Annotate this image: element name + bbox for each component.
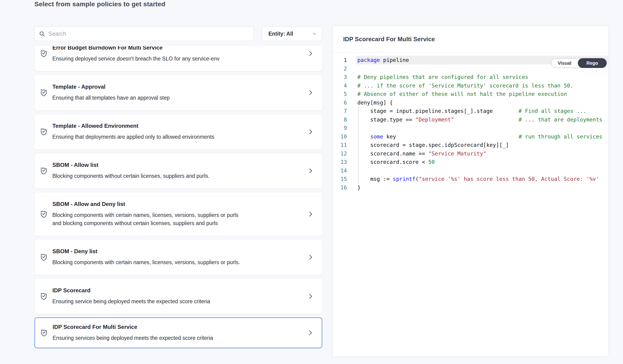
policy-title: SBOM - Deny list [52, 248, 304, 255]
policy-description: Ensuring services being deployed meets t… [53, 334, 248, 342]
policy-title: SBOM - Allow list [52, 162, 304, 169]
code-line-content: scorecard.name == "Service Maturity" [356, 150, 608, 158]
line-number: 5 [333, 90, 347, 98]
code-line: 15 msg := sprintf("service '%s' has scor… [333, 175, 608, 183]
code-line-content [356, 124, 608, 132]
search-box[interactable] [34, 26, 254, 41]
line-number: 8 [333, 115, 347, 124]
page-title: Select from sample policies to get start… [34, 0, 165, 8]
entity-filter-label: Entity: All [268, 31, 312, 37]
policy-card-text: IDP Scorecard Ensuring service being dep… [52, 287, 304, 306]
policy-card-text: SBOM - Deny list Blocking components wit… [52, 248, 304, 266]
line-number: 16 [333, 183, 347, 192]
chevron-right-icon[interactable] [307, 167, 314, 174]
policy-title: IDP Scorecard For Multi Service [53, 323, 304, 330]
chevron-right-icon[interactable] [307, 329, 314, 336]
code-line: 16} [333, 183, 608, 192]
shield-check-icon [40, 328, 48, 338]
code-line: 6deny[msg] { [333, 98, 608, 107]
line-number: 9 [333, 124, 347, 132]
policy-description: Blocking components with certain names, … [52, 211, 248, 227]
code-line-content: deny[msg] { [356, 98, 608, 107]
code-line: 9 [333, 124, 608, 132]
line-number: 13 [333, 158, 347, 166]
policy-card[interactable]: Template - Approval Ensuring that all te… [34, 75, 322, 110]
chevron-right-icon[interactable] [307, 128, 314, 135]
policy-card[interactable]: SBOM - Allow and Deny list Blocking comp… [34, 192, 322, 236]
chevron-down-icon [312, 31, 317, 37]
code-line: 5# Absence of either of these will not h… [333, 90, 608, 98]
line-number: 1 [333, 56, 347, 64]
search-icon [39, 31, 45, 37]
rego-code-editor[interactable]: 1package pipeline23# Deny pipelines that… [333, 56, 608, 356]
chevron-right-icon[interactable] [307, 254, 314, 261]
policy-title: Template - Allowed Environment [52, 122, 304, 129]
policy-card-text: IDP Scorecard For Multi Service Ensuring… [53, 323, 304, 342]
policy-title: IDP Scorecard [52, 287, 304, 294]
chevron-right-icon[interactable] [307, 211, 314, 218]
policy-list: Error Budget Burndown For Multi Service … [34, 46, 322, 356]
policy-card-text: Template - Approval Ensuring that all te… [52, 83, 304, 102]
line-number: 3 [333, 73, 347, 82]
line-number: 14 [333, 166, 347, 175]
policy-description: Ensuring service being deployed meets th… [52, 298, 248, 306]
shield-check-icon [39, 253, 48, 262]
visual-toggle-button[interactable]: Visual [551, 59, 578, 67]
policy-description: Ensuring deployed service doesn't breach… [52, 55, 248, 63]
detail-divider [333, 52, 608, 53]
policy-title: Template - Approval [52, 83, 304, 90]
line-number: 10 [333, 132, 347, 141]
code-line: 12 scorecard.name == "Service Maturity" [333, 150, 608, 158]
policy-card[interactable]: SBOM - Allow list Blocking components wi… [34, 153, 322, 189]
policy-card[interactable]: Template - Allowed Environment Ensuring … [34, 114, 322, 150]
shield-check-icon [39, 127, 48, 136]
code-line-content: } [356, 183, 608, 192]
code-line-content: scorecard = stage.spec.idpScorecard[key]… [356, 141, 608, 150]
indent-guide [358, 107, 358, 183]
line-number: 15 [333, 175, 347, 183]
detail-title: IDP Scorecard For Multi Service [343, 36, 435, 43]
code-line-content: # ... if the score of 'Service Maturity'… [356, 82, 608, 90]
code-line: 13 scorecard.score < 50 [333, 158, 608, 166]
policy-description: Blocking components with certain names, … [52, 258, 248, 266]
shield-check-icon [39, 49, 48, 58]
policy-card-text: SBOM - Allow and Deny list Blocking comp… [52, 201, 304, 227]
shield-check-icon [39, 88, 48, 97]
code-lines: 1package pipeline23# Deny pipelines that… [333, 56, 608, 192]
code-line-content [356, 166, 608, 175]
policy-card[interactable]: SBOM - Deny list Blocking components wit… [34, 239, 322, 275]
line-number: 11 [333, 141, 347, 150]
view-mode-toggle: Visual Rego [551, 58, 607, 68]
policy-card-text: Error Budget Burndown For Multi Service … [52, 46, 304, 63]
chevron-right-icon[interactable] [307, 293, 314, 300]
shield-check-icon [39, 166, 48, 175]
policy-card[interactable]: IDP Scorecard Ensuring service being dep… [34, 278, 322, 314]
policy-detail-panel: IDP Scorecard For Multi Service 1package… [333, 26, 608, 356]
code-line: 11 scorecard = stage.spec.idpScorecard[k… [333, 141, 608, 150]
line-number: 12 [333, 150, 347, 158]
entity-filter-dropdown[interactable]: Entity: All [262, 26, 322, 41]
chevron-right-icon[interactable] [307, 50, 314, 57]
line-number: 7 [333, 107, 347, 115]
code-line: 10 some key # run through all services [333, 132, 608, 141]
code-line-content: # Deny pipelines that are configured for… [356, 73, 608, 82]
code-line-content: some key # run through all services [356, 132, 608, 141]
policy-title: Error Budget Burndown For Multi Service [52, 46, 304, 51]
policy-card[interactable]: Error Budget Burndown For Multi Service … [34, 46, 322, 71]
policy-card-text: Template - Allowed Environment Ensuring … [52, 122, 304, 141]
code-line-content: stage = input.pipeline.stages[_].stage #… [356, 107, 608, 115]
code-line-content: msg := sprintf("service '%s' has score l… [356, 175, 608, 183]
code-line-content: # Absence of either of these will not ha… [356, 90, 608, 98]
code-line: 7 stage = input.pipeline.stages[_].stage… [333, 107, 608, 115]
chevron-right-icon[interactable] [307, 89, 314, 96]
code-line: 14 [333, 166, 608, 175]
policy-card[interactable]: IDP Scorecard For Multi Service Ensuring… [34, 318, 322, 348]
code-line: 3# Deny pipelines that are configured fo… [333, 73, 608, 82]
code-line: 8 stage.type == "Deployment" # ... that … [333, 115, 608, 124]
search-input[interactable] [48, 30, 249, 37]
line-number: 6 [333, 98, 347, 107]
code-line-content: stage.type == "Deployment" # ... that ar… [356, 115, 608, 124]
line-number: 2 [333, 64, 347, 73]
rego-toggle-button[interactable]: Rego [578, 58, 607, 68]
code-line: 4# ... if the score of 'Service Maturity… [333, 82, 608, 90]
